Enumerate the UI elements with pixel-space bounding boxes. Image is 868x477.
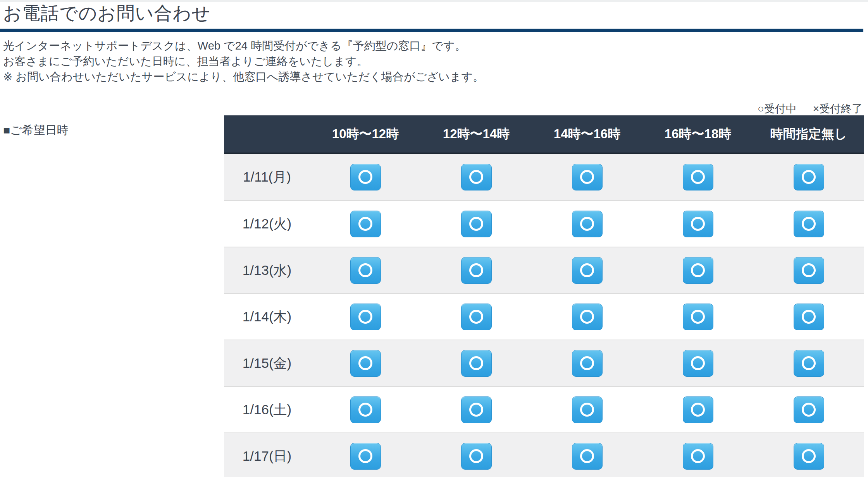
intro-line-1: 光インターネットサポートデスクは、Web で24 時間受付ができる『予約型の窓口… (3, 38, 484, 53)
date-label: 1/17(日) (224, 433, 310, 477)
open-circle-icon (469, 449, 483, 463)
open-circle-icon (469, 263, 483, 277)
desired-datetime-label: ■ご希望日時 (3, 122, 69, 138)
slot-cell (642, 247, 753, 293)
slot-button[interactable] (461, 350, 492, 377)
page-title: お電話でのお問い合わせ (3, 2, 211, 24)
open-circle-icon (691, 356, 705, 370)
open-circle-icon (691, 449, 705, 463)
slot-button[interactable] (683, 211, 713, 237)
open-circle-icon (469, 403, 483, 417)
table-row: 1/12(火) (224, 200, 864, 247)
open-circle-icon (691, 310, 705, 324)
slot-button[interactable] (572, 211, 603, 237)
slot-button[interactable] (572, 396, 603, 423)
slot-cell (421, 340, 532, 386)
slot-button[interactable] (350, 443, 381, 470)
schedule-table: 10時〜12時12時〜14時14時〜16時16時〜18時時間指定無し 1/11(… (224, 115, 864, 477)
slot-button[interactable] (794, 211, 824, 237)
slot-button[interactable] (350, 257, 381, 284)
slot-button[interactable] (350, 211, 381, 237)
open-circle-icon (358, 217, 372, 231)
slot-button[interactable] (572, 164, 603, 190)
slot-button[interactable] (461, 211, 492, 237)
slot-button[interactable] (794, 164, 824, 190)
slot-button[interactable] (572, 443, 603, 470)
schedule-header-row: 10時〜12時12時〜14時14時〜16時16時〜18時時間指定無し (224, 115, 864, 154)
slot-button[interactable] (794, 443, 824, 470)
open-circle-icon (802, 263, 816, 277)
slot-cell (642, 387, 753, 432)
time-column-header: 12時〜14時 (421, 115, 532, 153)
open-circle-icon (802, 449, 816, 463)
slot-cell (532, 433, 642, 477)
slot-button[interactable] (683, 443, 713, 470)
slot-cell (753, 294, 864, 340)
slot-cell (753, 340, 864, 386)
slot-button[interactable] (683, 257, 713, 284)
slot-cell (421, 433, 532, 477)
slot-button[interactable] (461, 164, 492, 190)
open-circle-icon (802, 356, 816, 370)
open-circle-icon (358, 170, 372, 184)
open-circle-icon (802, 170, 816, 184)
slot-button[interactable] (350, 396, 381, 423)
slot-cell (310, 294, 421, 340)
slot-cell (532, 154, 642, 200)
slot-button[interactable] (683, 350, 713, 377)
open-circle-icon (580, 449, 594, 463)
date-label: 1/16(土) (224, 387, 310, 432)
slot-button[interactable] (350, 164, 381, 190)
open-circle-icon (580, 217, 594, 231)
slot-cell (642, 154, 753, 200)
open-circle-icon (802, 310, 816, 324)
slot-cell (532, 340, 642, 386)
slot-button[interactable] (572, 304, 603, 330)
slot-cell (310, 387, 421, 432)
slot-cell (532, 201, 642, 247)
date-label: 1/12(火) (224, 201, 310, 247)
slot-button[interactable] (794, 350, 824, 377)
open-circle-icon (691, 170, 705, 184)
slot-button[interactable] (683, 304, 713, 330)
slot-cell (753, 154, 864, 200)
slot-button[interactable] (461, 304, 492, 330)
open-circle-icon (580, 356, 594, 370)
legend-closed-label: ×受付終了 (813, 103, 863, 115)
open-circle-icon (580, 263, 594, 277)
slot-cell (421, 201, 532, 247)
slot-button[interactable] (794, 257, 824, 284)
open-circle-icon (358, 310, 372, 324)
slot-button[interactable] (794, 304, 824, 330)
slot-button[interactable] (572, 350, 603, 377)
slot-button[interactable] (461, 443, 492, 470)
date-label: 1/11(月) (224, 154, 310, 200)
table-row: 1/17(日) (224, 432, 864, 477)
slot-button[interactable] (683, 164, 713, 190)
date-label: 1/14(木) (224, 294, 310, 340)
open-circle-icon (802, 217, 816, 231)
slot-cell (310, 340, 421, 386)
slot-button[interactable] (350, 304, 381, 330)
slot-cell (421, 154, 532, 200)
open-circle-icon (469, 356, 483, 370)
schedule-body: 1/11(月)1/12(火)1/13(水)1/14(木)1/15(金)1/16(… (224, 154, 864, 477)
date-label: 1/15(金) (224, 340, 310, 386)
title-underline (0, 29, 863, 32)
slot-button[interactable] (683, 396, 713, 423)
slot-cell (310, 247, 421, 293)
intro-line-2: お客さまにご予約いただいた日時に、担当者よりご連絡をいたします。 (3, 53, 484, 69)
open-circle-icon (469, 217, 483, 231)
slot-button[interactable] (350, 350, 381, 377)
open-circle-icon (469, 310, 483, 324)
slot-button[interactable] (794, 396, 824, 423)
open-circle-icon (358, 449, 372, 463)
time-column-header: 14時〜16時 (532, 115, 642, 153)
slot-cell (532, 294, 642, 340)
phone-inquiry-page: お電話でのお問い合わせ 光インターネットサポートデスクは、Web で24 時間受… (0, 0, 868, 477)
open-circle-icon (358, 403, 372, 417)
slot-cell (532, 387, 642, 432)
slot-button[interactable] (461, 257, 492, 284)
slot-button[interactable] (461, 396, 492, 423)
slot-button[interactable] (572, 257, 603, 284)
